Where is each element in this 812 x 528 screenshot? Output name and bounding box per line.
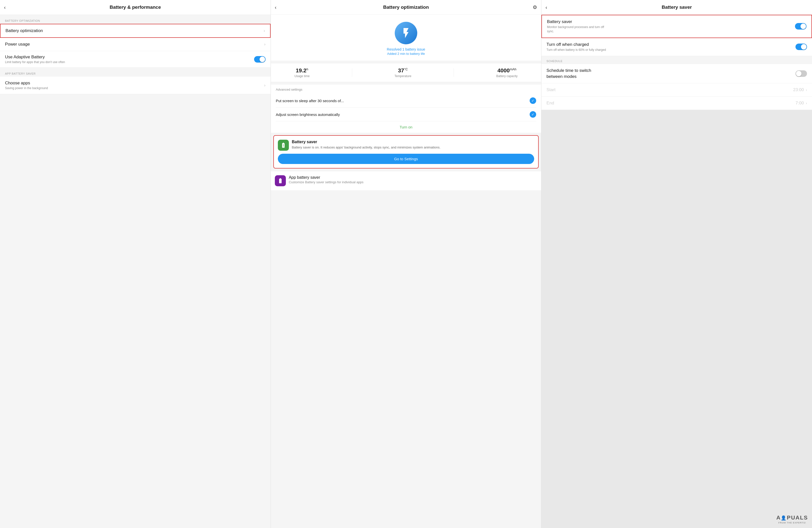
app-battery-saver-icon <box>275 175 286 186</box>
battery-saver-toggle-title: Battery saver <box>547 19 607 24</box>
stat-capacity: 4000mAh Battery capacity <box>496 67 517 78</box>
chevron-icon-start: › <box>806 88 807 92</box>
turn-off-charged-subtitle: Turn off when battery is 60% or fully ch… <box>547 48 606 52</box>
chevron-icon-end: › <box>806 101 807 105</box>
battery-saver-toggle-item[interactable]: Battery saver Monitor background process… <box>541 15 812 38</box>
turn-off-charged-title: Turn off when charged <box>547 42 606 47</box>
panel-battery-optimization: ‹ Battery optimization ⚙ Resolved 1 batt… <box>271 0 542 528</box>
battery-saver-toggle-text: Battery saver Monitor background process… <box>547 19 607 33</box>
schedule-end-label: End <box>547 101 554 106</box>
battery-optimization-label: Battery optimization <box>5 28 43 33</box>
power-usage-item[interactable]: Power usage › <box>0 38 271 51</box>
adaptive-battery-item[interactable]: Use Adaptive Battery Limit battery for a… <box>0 51 271 68</box>
section-label-battery-opt: BATTERY OPTIMIZATION <box>0 15 271 24</box>
advanced-section: Advanced settings Put screen to sleep af… <box>271 85 541 122</box>
adv-row-sleep[interactable]: Put screen to sleep after 30 seconds of.… <box>276 94 536 108</box>
panel3-back-button[interactable]: ‹ <box>546 4 547 10</box>
adv-brightness-check: ✓ <box>530 111 536 118</box>
power-usage-label: Power usage <box>5 42 30 47</box>
chevron-icon-battery-opt: › <box>264 29 265 33</box>
schedule-start-time: 23:00 <box>793 87 804 92</box>
app-battery-saver-title: App battery saver <box>289 175 363 180</box>
adv-row-brightness[interactable]: Adjust screen brightness automatically ✓ <box>276 108 536 122</box>
app-battery-saver-row[interactable]: App battery saver Customize Battery save… <box>271 171 541 190</box>
turn-off-charged-toggle[interactable] <box>796 44 807 50</box>
panel2-settings-icon[interactable]: ⚙ <box>533 4 537 10</box>
choose-apps-text: Choose apps Saving power in the backgrou… <box>5 81 48 90</box>
stat-divider-2 <box>453 68 454 77</box>
bsc-content: Battery saver Battery saver is on. It re… <box>292 140 440 150</box>
choose-apps-label: Choose apps <box>5 81 48 86</box>
schedule-start-row[interactable]: Start 23:00 › <box>541 83 812 97</box>
stat-usage-label: Usage time <box>294 74 310 78</box>
stat-temp-value: 37°C <box>398 67 408 74</box>
panel3-title: Battery saver <box>662 4 692 10</box>
stat-cap-value: 4000mAh <box>497 67 517 74</box>
adaptive-battery-toggle[interactable] <box>254 56 265 62</box>
adaptive-battery-label: Use Adaptive Battery <box>5 55 65 60</box>
panel2-back-button[interactable]: ‹ <box>275 4 277 10</box>
battery-circle-icon <box>395 22 417 44</box>
stat-usage-unit: h <box>306 67 308 71</box>
adaptive-battery-text: Use Adaptive Battery Limit battery for a… <box>5 55 65 64</box>
stats-row: 19.2h Usage time 37°C Temperature 4000mA… <box>271 63 541 82</box>
panel1-title: Battery & performance <box>110 4 161 10</box>
battery-saver-toggle-subtitle: Monitor background processes and turn of… <box>547 25 607 33</box>
app-battery-saver-desc: Customize Battery saver settings for ind… <box>289 180 363 184</box>
section-label-app-saver: APP BATTERY SAVER <box>0 68 271 76</box>
turn-on-link[interactable]: Turn on <box>271 122 541 133</box>
appuals-watermark: A👤PUALS FROM THE EXPERTS! <box>777 514 808 524</box>
bolt-icon <box>400 27 412 39</box>
bsc-description: Battery saver is on. It reduces apps' ba… <box>292 145 440 150</box>
bsc-icon <box>278 140 289 151</box>
battery-saver-main-toggle[interactable] <box>795 23 807 30</box>
turn-off-charged-text: Turn off when charged Turn off when batt… <box>547 42 606 52</box>
adv-brightness-text: Adjust screen brightness automatically <box>276 112 530 117</box>
schedule-end-row[interactable]: End 7:00 › <box>541 97 812 110</box>
turn-off-charged-item[interactable]: Turn off when charged Turn off when batt… <box>541 38 812 56</box>
resolved-text: Resolved 1 battery issue <box>387 47 425 51</box>
schedule-end-value: 7:00 › <box>796 101 807 106</box>
stat-cap-label: Battery capacity <box>496 74 517 78</box>
chevron-icon-choose-apps: › <box>264 83 265 88</box>
panel-battery-performance: ‹ Battery & performance BATTERY OPTIMIZA… <box>0 0 271 528</box>
bsc-bolt-icon <box>280 142 286 148</box>
choose-apps-item[interactable]: Choose apps Saving power in the backgrou… <box>0 76 271 94</box>
bsc-header: Battery saver Battery saver is on. It re… <box>278 140 534 151</box>
watermark-sub: FROM THE EXPERTS! <box>778 522 806 524</box>
advanced-label: Advanced settings <box>276 88 536 94</box>
stat-cap-unit: mAh <box>510 67 517 71</box>
added-text: Added 2 min to battery life <box>387 52 425 56</box>
schedule-start-value: 23:00 › <box>793 87 807 92</box>
adv-sleep-text: Put screen to sleep after 30 seconds of.… <box>276 99 530 103</box>
stat-temp-label: Temperature <box>394 74 411 78</box>
stat-temp-unit: °C <box>404 67 408 71</box>
stat-usage-value: 19.2h <box>296 67 308 74</box>
bsc-title: Battery saver <box>292 140 440 144</box>
schedule-mode-item[interactable]: Schedule time to switch between modes <box>541 64 812 83</box>
schedule-end-time: 7:00 <box>796 101 804 106</box>
battery-icon-area: Resolved 1 battery issue Added 2 min to … <box>271 15 541 61</box>
schedule-mode-toggle[interactable] <box>796 70 807 77</box>
choose-apps-subtitle: Saving power in the background <box>5 86 48 90</box>
app-bolt-icon <box>277 178 284 184</box>
schedule-section-label: SCHEDULE <box>541 56 812 64</box>
panel2-header: ‹ Battery optimization ⚙ <box>271 0 541 15</box>
back-button[interactable]: ‹ <box>4 4 6 10</box>
app-battery-saver-content: App battery saver Customize Battery save… <box>289 175 363 184</box>
stat-temperature: 37°C Temperature <box>394 67 411 78</box>
panel-battery-saver: ‹ Battery saver Battery saver Monitor ba… <box>541 0 812 528</box>
panel1-header: ‹ Battery & performance <box>0 0 271 15</box>
battery-saver-card: Battery saver Battery saver is on. It re… <box>273 135 539 169</box>
adv-sleep-check: ✓ <box>530 97 536 104</box>
schedule-mode-text: Schedule time to switch between modes <box>547 68 601 80</box>
watermark-logo: A👤PUALS <box>777 514 808 521</box>
chevron-icon-power-usage: › <box>264 42 265 46</box>
schedule-start-label: Start <box>547 87 555 92</box>
battery-optimization-item[interactable]: Battery optimization › <box>0 24 271 38</box>
panel3-header: ‹ Battery saver <box>541 0 812 15</box>
stat-usage-time: 19.2h Usage time <box>294 67 310 78</box>
adaptive-battery-subtitle: Limit battery for apps that you don't us… <box>5 60 65 64</box>
go-to-settings-button[interactable]: Go to Settings <box>278 154 534 164</box>
panel2-title: Battery optimization <box>383 4 429 10</box>
